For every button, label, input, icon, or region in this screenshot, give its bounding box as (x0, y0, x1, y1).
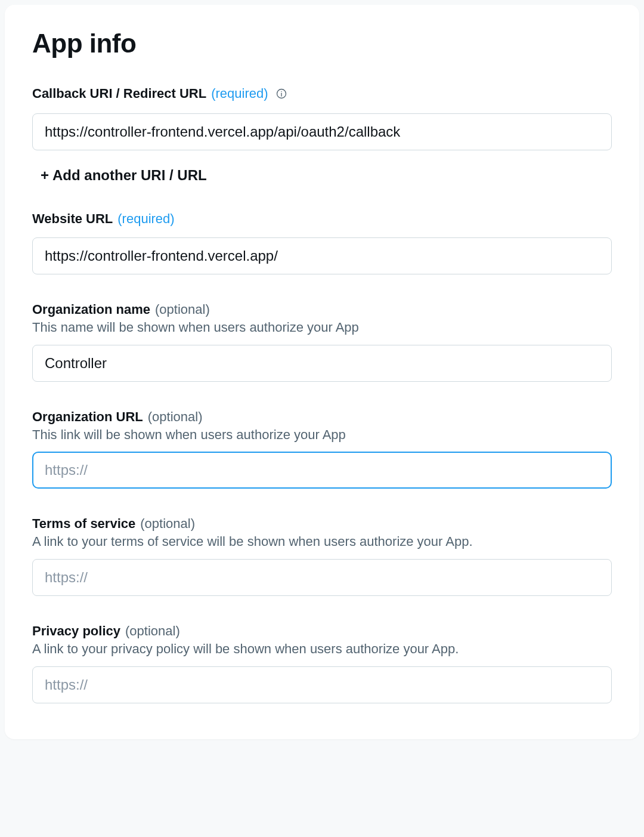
tos-optional-tag: (optional) (140, 516, 195, 532)
website-label-row: Website URL (required) (32, 211, 612, 227)
org-name-label: Organization name (32, 302, 150, 317)
org-url-helper: This link will be shown when users autho… (32, 426, 612, 444)
privacy-label-row: Privacy policy (optional) (32, 623, 612, 639)
privacy-input[interactable] (32, 666, 612, 703)
privacy-label: Privacy policy (32, 623, 120, 639)
org-url-input[interactable] (32, 452, 612, 489)
org-name-helper: This name will be shown when users autho… (32, 319, 612, 336)
tos-input[interactable] (32, 559, 612, 596)
org-url-label-row: Organization URL (optional) (32, 409, 612, 425)
privacy-optional-tag: (optional) (125, 623, 180, 639)
tos-group: Terms of service (optional) A link to yo… (32, 516, 612, 596)
website-group: Website URL (required) (32, 211, 612, 274)
org-name-input[interactable] (32, 345, 612, 382)
page-title: App info (32, 29, 612, 58)
add-another-uri-button[interactable]: + Add another URI / URL (41, 167, 207, 184)
org-name-label-row: Organization name (optional) (32, 302, 612, 317)
tos-helper: A link to your terms of service will be … (32, 533, 612, 551)
svg-point-1 (281, 91, 282, 92)
org-url-group: Organization URL (optional) This link wi… (32, 409, 612, 489)
app-info-card: App info Callback URI / Redirect URL (re… (5, 5, 639, 739)
callback-input[interactable] (32, 113, 612, 150)
org-url-optional-tag: (optional) (148, 409, 203, 425)
add-another-label: Add another URI / URL (52, 167, 207, 184)
info-icon[interactable] (275, 88, 287, 100)
org-name-optional-tag: (optional) (155, 302, 210, 317)
callback-label: Callback URI / Redirect URL (32, 86, 206, 101)
website-label: Website URL (32, 211, 113, 227)
callback-label-row: Callback URI / Redirect URL (required) (32, 86, 612, 101)
tos-label-row: Terms of service (optional) (32, 516, 612, 532)
website-input[interactable] (32, 237, 612, 274)
tos-label: Terms of service (32, 516, 135, 532)
callback-group: Callback URI / Redirect URL (required) +… (32, 86, 612, 184)
privacy-group: Privacy policy (optional) A link to your… (32, 623, 612, 703)
org-url-label: Organization URL (32, 409, 143, 425)
callback-required-tag: (required) (211, 86, 268, 101)
org-name-group: Organization name (optional) This name w… (32, 302, 612, 382)
plus-icon: + (41, 167, 49, 184)
privacy-helper: A link to your privacy policy will be sh… (32, 640, 612, 658)
website-required-tag: (required) (117, 211, 174, 227)
